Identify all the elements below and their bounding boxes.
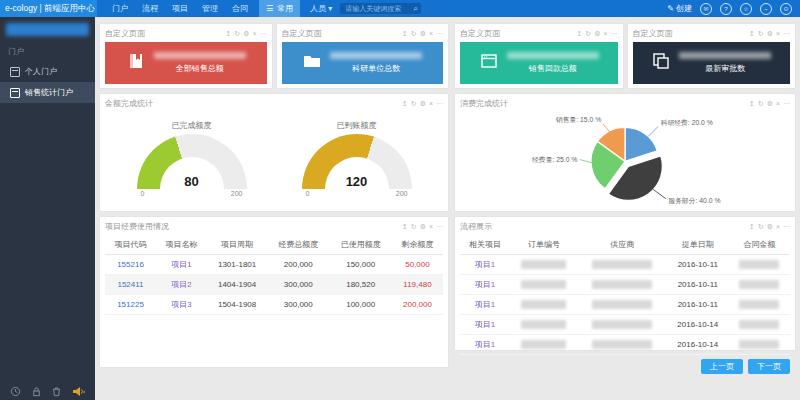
project-code-link[interactable]: 151225 [105, 295, 156, 315]
portal-icon [10, 67, 20, 77]
refresh-icon[interactable]: ↻ [758, 223, 764, 231]
related-project-link[interactable]: 项目1 [460, 315, 510, 335]
close-icon[interactable]: × [603, 30, 607, 37]
menu-item-manage[interactable]: 管理 [202, 3, 218, 14]
power-icon[interactable]: ⊙ [780, 3, 792, 15]
more-icon[interactable]: ⋯ [436, 30, 443, 38]
supplier-blurred [578, 275, 667, 295]
search-icon[interactable]: ⌕ [413, 4, 417, 14]
gear-icon[interactable]: ⚙ [420, 30, 426, 38]
close-icon[interactable]: × [429, 223, 433, 230]
global-search: ⌕ [340, 3, 420, 14]
close-icon[interactable]: × [776, 30, 780, 37]
project-name-link[interactable]: 项目1 [156, 255, 207, 275]
gear-icon[interactable]: ⚙ [594, 30, 600, 38]
related-project-link[interactable]: 项目1 [460, 255, 510, 275]
project-name-link[interactable]: 项目2 [156, 275, 207, 295]
chevron-down-icon: ▾ [328, 4, 332, 13]
menu-item-workflow[interactable]: 流程 [142, 3, 158, 14]
people-dropdown[interactable]: 人员 ▾ [310, 3, 332, 14]
stat-value-blurred [679, 52, 771, 59]
gear-icon[interactable]: ⚙ [420, 100, 426, 108]
stat-card-sales[interactable]: 全部销售总额 [105, 42, 267, 84]
menu-item-contract[interactable]: 合同 [232, 3, 248, 14]
gauge-value: 80 [137, 174, 247, 189]
message-icon[interactable]: ✉ [700, 3, 712, 15]
refresh-icon[interactable]: ↻ [411, 30, 417, 38]
minus-icon[interactable]: − [760, 3, 772, 15]
more-icon[interactable]: ⋯ [436, 223, 443, 231]
refresh-icon[interactable]: ↻ [234, 30, 240, 38]
help-icon[interactable]: ? [720, 3, 732, 15]
sidebar-item-personal-portal[interactable]: 个人门户 [0, 61, 95, 82]
project-period: 1301-1801 [207, 255, 267, 275]
stat-value-blurred [507, 52, 599, 59]
gear-icon[interactable]: ⚙ [767, 100, 773, 108]
col-header: 订单编号 [510, 235, 578, 255]
stat-card-units[interactable]: 科研单位总数 [282, 42, 444, 84]
menu-item-project[interactable]: 项目 [172, 3, 188, 14]
pie-panel: 消费完成统计 ↥↻⚙×⋯ [455, 94, 795, 211]
refresh-icon[interactable]: ↻ [411, 223, 417, 231]
close-icon[interactable]: × [776, 223, 780, 230]
refresh-icon[interactable]: ↻ [758, 30, 764, 38]
more-icon[interactable]: ⋯ [436, 100, 443, 108]
close-icon[interactable]: × [776, 100, 780, 107]
lock-icon[interactable] [31, 386, 42, 397]
more-icon[interactable]: ⋯ [260, 30, 267, 38]
history-clock-icon[interactable] [10, 386, 21, 397]
gauge-min: 0 [141, 190, 145, 197]
refresh-icon[interactable]: ↻ [411, 100, 417, 108]
announcement-speaker-icon[interactable] [72, 386, 85, 397]
order-number-blurred [510, 315, 578, 335]
favorite-icon[interactable]: ☆ [740, 3, 752, 15]
share-icon[interactable]: ↥ [749, 30, 755, 38]
gear-icon[interactable]: ⚙ [243, 30, 249, 38]
next-page-button[interactable]: 下一页 [748, 359, 790, 374]
close-icon[interactable]: × [252, 30, 256, 37]
share-icon[interactable]: ↥ [225, 30, 231, 38]
order-date: 2016-10-14 [667, 335, 729, 355]
more-icon[interactable]: ⋯ [783, 100, 790, 108]
create-button[interactable]: ✎ 创建 [667, 3, 692, 14]
share-icon[interactable]: ↥ [402, 100, 408, 108]
stat-value-blurred [330, 52, 422, 59]
prev-page-button[interactable]: 上一页 [701, 359, 743, 374]
sidebar-item-sales-portal[interactable]: 销售统计门户 [0, 82, 95, 103]
menu-item-portal[interactable]: 门户 [112, 3, 128, 14]
trash-icon[interactable] [51, 386, 62, 397]
share-icon[interactable]: ↥ [749, 100, 755, 108]
gear-icon[interactable]: ⚙ [420, 223, 426, 231]
share-icon[interactable]: ↥ [749, 223, 755, 231]
close-icon[interactable]: × [429, 30, 433, 37]
funds-total: 300,000 [267, 275, 329, 295]
more-icon[interactable]: ⋯ [783, 30, 790, 38]
dashboard-app: e-cology | 前端应用中心 门户 流程 项目 管理 合同 ☰ 常用 人员… [0, 0, 800, 400]
gear-icon[interactable]: ⚙ [767, 30, 773, 38]
order-number-blurred [510, 335, 578, 355]
panel-title: 自定义页面 [105, 28, 145, 39]
project-code-link[interactable]: 155216 [105, 255, 156, 275]
menu-item-common-active[interactable]: ☰ 常用 [259, 0, 300, 17]
order-date: 2016-10-14 [667, 315, 729, 335]
project-code-link[interactable]: 152411 [105, 275, 156, 295]
stat-card-panel-units: 自定义页面 ↥↻⚙×⋯ 科研单位总数 [277, 24, 449, 88]
ledger-icon [126, 51, 146, 75]
share-icon[interactable]: ↥ [576, 30, 582, 38]
related-project-link[interactable]: 项目1 [460, 275, 510, 295]
stat-card-payments[interactable]: 销售回款总额 [460, 42, 618, 84]
close-icon[interactable]: × [429, 100, 433, 107]
related-project-link[interactable]: 项目1 [460, 295, 510, 315]
panel-title: 项目经费使用情况 [105, 221, 169, 232]
project-name-link[interactable]: 项目3 [156, 295, 207, 315]
more-icon[interactable]: ⋯ [783, 223, 790, 231]
share-icon[interactable]: ↥ [402, 30, 408, 38]
refresh-icon[interactable]: ↻ [585, 30, 591, 38]
refresh-icon[interactable]: ↻ [758, 100, 764, 108]
search-input[interactable] [343, 4, 413, 13]
stat-card-approvals[interactable]: 最新审批数 [633, 42, 791, 84]
more-icon[interactable]: ⋯ [611, 30, 618, 38]
gear-icon[interactable]: ⚙ [767, 223, 773, 231]
related-project-link[interactable]: 项目1 [460, 335, 510, 355]
share-icon[interactable]: ↥ [402, 223, 408, 231]
